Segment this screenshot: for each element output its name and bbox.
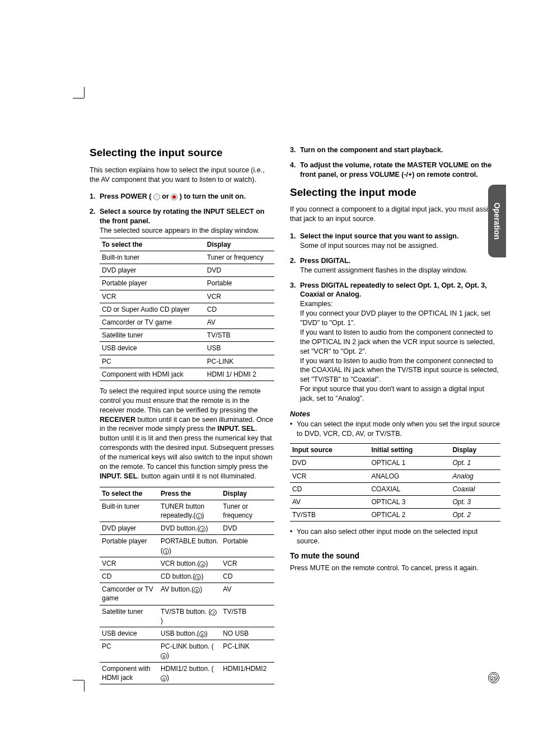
- table-row: Satellite tunerTV/STB: [100, 329, 274, 342]
- number-key-icon: 7: [210, 609, 217, 616]
- note-item: •You can select the input mode only when…: [290, 420, 500, 439]
- table-row: PCPC-LINK: [100, 355, 274, 368]
- number-key-icon: 6: [194, 587, 200, 593]
- table-cell: CD: [290, 482, 369, 495]
- power-icon: [153, 194, 160, 200]
- table-row: Camcorder or TV gameAV button.(6)AV: [100, 583, 274, 605]
- table-cell: Built-in tuner: [100, 251, 205, 264]
- table-cell: TV/STB button. (7): [158, 605, 221, 627]
- table-row: Component with HDMI jackHDMI 1/ HDMI 2: [100, 368, 274, 381]
- table-cell: USB device: [100, 342, 205, 355]
- th: Input source: [290, 444, 369, 457]
- table-row: CDCOAXIALCoaxial: [290, 482, 500, 495]
- table-row: VCRANALOGAnalog: [290, 469, 500, 482]
- table-cell: Portable: [221, 535, 274, 557]
- step-sub: Some of input sources may not be assigne…: [300, 242, 438, 250]
- table-cell: PC-LINK: [205, 355, 274, 368]
- table-cell: DVD: [221, 522, 274, 535]
- table-row: DVD playerDVD button.(2)DVD: [100, 522, 274, 535]
- table-cell: USB button.(8): [158, 627, 221, 640]
- th: Display: [205, 238, 274, 251]
- step-number: 1.: [290, 232, 300, 251]
- number-key-icon: 8: [199, 631, 205, 637]
- number-key-icon: 2: [199, 526, 205, 532]
- step-text: Press POWER ( or ) to turn the unit on.: [100, 192, 274, 201]
- table-row: Satellite tunerTV/STB button. (7)TV/STB: [100, 605, 274, 627]
- text: ) to turn the unit on.: [180, 192, 246, 200]
- table-row: DVDOPTICAL 1Opt. 1: [290, 457, 500, 469]
- bullet-icon: •: [290, 527, 297, 546]
- crop-mark: [73, 98, 84, 98]
- number-key-icon: 5: [195, 574, 201, 580]
- mute-heading: To mute the sound: [290, 551, 500, 561]
- steps-list: 1. Press POWER ( or ) to turn the unit o…: [90, 192, 274, 690]
- step-3: 3. Turn on the component and start playb…: [290, 145, 500, 155]
- table-cell: Satellite tuner: [100, 329, 205, 342]
- table-cell: CD: [221, 570, 274, 583]
- table-cell: PORTABLE button.(3): [158, 535, 221, 557]
- table-cell: DVD: [205, 264, 274, 277]
- step-number: 1.: [90, 192, 100, 201]
- table-cell: AV button.(6): [158, 583, 221, 605]
- table-cell: PC: [100, 355, 205, 368]
- remote-buttons-table: To select the Press the Display Built-in…: [100, 487, 274, 684]
- text-bold: RECEIVER: [100, 416, 135, 424]
- table-cell: OPTICAL 2: [369, 509, 450, 522]
- th: Press the: [158, 487, 221, 500]
- table-cell: HDMI1/2 button. (0): [158, 662, 221, 684]
- notes-heading: Notes: [290, 409, 500, 419]
- intro-text: This section explains how to select the …: [90, 166, 274, 185]
- initial-setting-table: Input source Initial setting Display DVD…: [290, 443, 500, 522]
- notes-list-2: •You can also select other input mode on…: [290, 527, 500, 546]
- text: . button again until it is not illuminat…: [137, 472, 256, 480]
- table-cell: OPTICAL 3: [369, 495, 450, 508]
- table-row: Component with HDMI jackHDMI1/2 button. …: [100, 662, 274, 684]
- table-cell: TV/STB: [221, 605, 274, 627]
- step-sub: The current assignment flashes in the di…: [300, 266, 467, 274]
- number-key-icon: 1: [196, 513, 202, 519]
- table-cell: VCR: [100, 290, 205, 303]
- table-cell: VCR: [205, 290, 274, 303]
- table-cell: Camcorder or TV game: [100, 583, 158, 605]
- heading-select-source: Selecting the input source: [90, 145, 274, 160]
- th: Initial setting: [369, 444, 450, 457]
- step-2: 2. Select a source by rotating the INPUT…: [90, 207, 274, 690]
- table-cell: NO USB: [221, 627, 274, 640]
- step-head: Press DIGITAL repeatedly to select Opt. …: [300, 281, 487, 299]
- section-tab: Operation: [488, 185, 506, 257]
- table-row: Camcorder or TV gameAV: [100, 316, 274, 329]
- table-row: VCRVCR: [100, 290, 274, 303]
- th: Display: [450, 444, 500, 457]
- step-body: Press DIGITAL repeatedly to select Opt. …: [300, 281, 500, 403]
- step-text: Turn on the component and start playback…: [300, 145, 500, 155]
- table-cell: CD: [100, 570, 158, 583]
- table-cell: Component with HDMI jack: [100, 368, 205, 381]
- table-cell: OPTICAL 1: [369, 457, 450, 469]
- examples-body: If you connect your DVD player to the OP…: [300, 309, 499, 402]
- mode-step-3: 3. Press DIGITAL repeatedly to select Op…: [290, 281, 500, 403]
- text-bold: INPUT. SEL: [100, 472, 137, 480]
- table-cell: Built-in tuner: [100, 500, 158, 522]
- table-cell: HDMI 1/ HDMI 2: [205, 368, 274, 381]
- table-cell: VCR: [100, 557, 158, 570]
- number-key-icon: 9: [161, 653, 167, 659]
- step-number: 2.: [290, 256, 300, 275]
- table-cell: PC-LINK: [221, 640, 274, 662]
- table-row: Built-in tunerTuner or frequency: [100, 251, 274, 264]
- table-cell: Portable player: [100, 277, 205, 290]
- page-number: 25: [488, 672, 499, 683]
- table-cell: CD: [205, 303, 274, 316]
- table-cell: COAXIAL: [369, 482, 450, 495]
- text: Press POWER (: [100, 192, 151, 200]
- table-cell: AV: [205, 316, 274, 329]
- note-item: •You can also select other input mode on…: [290, 527, 500, 546]
- mode-step-1: 1. Select the input source that you want…: [290, 232, 500, 251]
- table-cell: Tuner or frequency: [205, 251, 274, 264]
- note-text: You can select the input mode only when …: [297, 420, 500, 439]
- table-cell: ANALOG: [369, 469, 450, 482]
- table-cell: AV: [221, 583, 274, 605]
- table-cell: Opt. 3: [450, 495, 500, 508]
- table-row: USB deviceUSB: [100, 342, 274, 355]
- table-row: Portable playerPORTABLE button.(3)Portab…: [100, 535, 274, 557]
- step-body: Select the input source that you want to…: [300, 232, 500, 251]
